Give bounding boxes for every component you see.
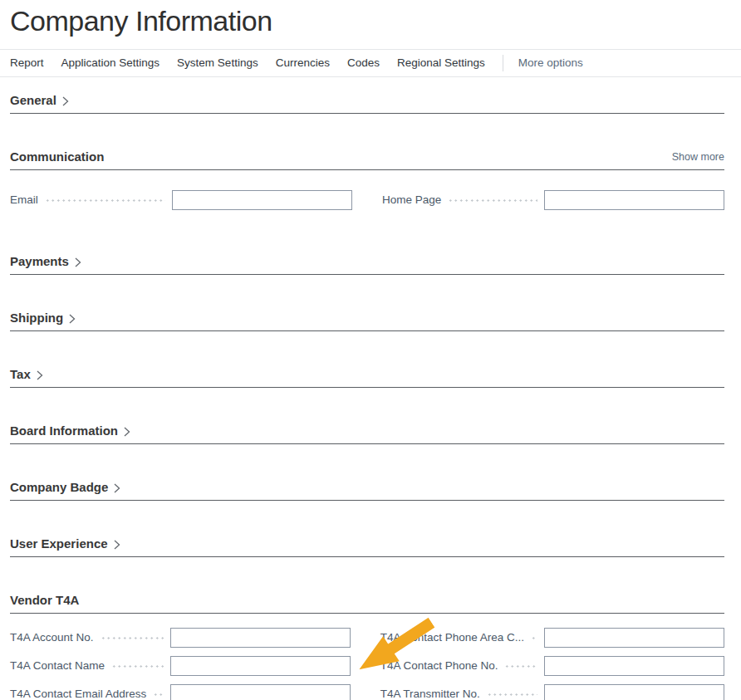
section-communication: Communication Show more Email Home Page xyxy=(10,149,724,218)
menu-item-application-settings[interactable]: Application Settings xyxy=(61,56,160,69)
section-divider xyxy=(10,113,724,114)
home-page-label: Home Page xyxy=(382,193,441,206)
action-menubar: Report Application Settings System Setti… xyxy=(0,49,741,77)
section-vendor-t4a: Vendor T4A T4A Account No. T4A Contact N… xyxy=(10,592,724,700)
t4a-contact-email-label: T4A Contact Email Address xyxy=(10,688,146,700)
section-header-company-badge[interactable]: Company Badge xyxy=(10,479,724,496)
show-more-link[interactable]: Show more xyxy=(672,151,724,163)
field-row-t4a-phone-no: T4A Contact Phone No. xyxy=(380,656,724,676)
chevron-right-icon xyxy=(62,96,69,106)
section-header-user-experience[interactable]: User Experience xyxy=(10,536,724,552)
email-input[interactable] xyxy=(172,190,352,210)
t4a-phone-no-input[interactable] xyxy=(544,656,724,676)
right-column: Home Page xyxy=(382,190,724,218)
section-title: Tax xyxy=(10,367,31,381)
menu-item-system-settings[interactable]: System Settings xyxy=(177,56,258,69)
page-title: Company Information xyxy=(10,3,741,39)
home-page-input[interactable] xyxy=(544,190,724,210)
field-row-t4a-account-no: T4A Account No. xyxy=(10,628,351,648)
section-divider xyxy=(10,500,724,501)
t4a-contact-email-input[interactable] xyxy=(170,684,351,700)
section-title: Shipping xyxy=(10,311,63,325)
section-shipping: Shipping xyxy=(10,310,724,331)
section-general: General xyxy=(10,92,724,114)
section-user-experience: User Experience xyxy=(10,536,724,557)
section-title: Company Badge xyxy=(10,480,108,494)
field-row-email: Email xyxy=(10,190,352,210)
t4a-contact-name-label: T4A Contact Name xyxy=(10,659,105,672)
section-divider xyxy=(10,613,724,614)
field-row-t4a-phone-area: T4A Contact Phone Area C... xyxy=(380,628,724,648)
menu-item-codes[interactable]: Codes xyxy=(347,56,380,69)
section-header-general[interactable]: General xyxy=(10,92,724,109)
menu-item-report[interactable]: Report xyxy=(10,56,44,69)
chevron-right-icon xyxy=(114,540,120,550)
t4a-account-no-label: T4A Account No. xyxy=(10,631,94,644)
field-row-home-page: Home Page xyxy=(382,190,724,210)
section-board-information: Board Information xyxy=(10,423,724,444)
menu-divider xyxy=(503,55,503,71)
email-label: Email xyxy=(10,193,38,206)
section-divider xyxy=(10,330,724,331)
menu-item-currencies[interactable]: Currencies xyxy=(276,56,330,69)
company-information-page: Company Information Report Application S… xyxy=(0,0,741,700)
section-divider xyxy=(10,387,724,388)
vendor-t4a-fields: T4A Account No. T4A Contact Name T4A Con… xyxy=(10,628,724,700)
page-content: General Communication Show more Email xyxy=(0,92,741,700)
dotted-leader xyxy=(504,665,537,668)
t4a-account-no-input[interactable] xyxy=(170,628,351,648)
section-header-vendor-t4a[interactable]: Vendor T4A xyxy=(10,592,724,609)
section-header-communication[interactable]: Communication Show more xyxy=(10,149,724,165)
t4a-contact-name-input[interactable] xyxy=(170,656,351,676)
t4a-phone-no-label: T4A Contact Phone No. xyxy=(380,659,498,672)
chevron-right-icon xyxy=(69,314,76,324)
section-title: Board Information xyxy=(10,423,118,438)
dotted-leader xyxy=(111,665,164,668)
section-header-payments[interactable]: Payments xyxy=(10,253,724,270)
t4a-transmitter-no-label: T4A Transmitter No. xyxy=(380,688,480,700)
chevron-right-icon xyxy=(114,483,120,493)
t4a-transmitter-no-input[interactable] xyxy=(544,684,724,700)
more-options-button[interactable]: More options xyxy=(518,56,583,69)
section-company-badge: Company Badge xyxy=(10,479,724,501)
section-title: General xyxy=(10,93,56,107)
dotted-leader xyxy=(101,637,164,639)
communication-fields: Email Home Page xyxy=(10,190,724,218)
section-header-board-information[interactable]: Board Information xyxy=(10,423,724,439)
t4a-phone-area-input[interactable] xyxy=(544,628,724,648)
section-payments: Payments xyxy=(10,253,724,275)
chevron-right-icon xyxy=(37,370,43,380)
field-row-t4a-transmitter-no: T4A Transmitter No. xyxy=(380,684,724,700)
menu-item-regional-settings[interactable]: Regional Settings xyxy=(397,56,485,69)
dotted-leader xyxy=(487,693,537,696)
t4a-phone-area-label: T4A Contact Phone Area C... xyxy=(380,631,524,644)
section-divider xyxy=(10,556,724,557)
dotted-leader xyxy=(45,199,165,202)
chevron-right-icon xyxy=(75,257,81,267)
section-header-tax[interactable]: Tax xyxy=(10,366,724,383)
section-divider xyxy=(10,443,724,444)
section-title: Payments xyxy=(10,254,69,268)
left-column: T4A Account No. T4A Contact Name T4A Con… xyxy=(10,628,351,700)
right-column: T4A Contact Phone Area C... T4A Contact … xyxy=(380,628,724,700)
chevron-right-icon xyxy=(124,427,130,437)
section-divider xyxy=(10,274,724,275)
section-title: Vendor T4A xyxy=(10,593,79,607)
field-row-t4a-contact-name: T4A Contact Name xyxy=(10,656,351,676)
left-column: Email xyxy=(10,190,352,218)
dotted-leader xyxy=(531,637,537,639)
section-title: Communication xyxy=(10,149,104,164)
section-header-shipping[interactable]: Shipping xyxy=(10,310,724,326)
dotted-leader xyxy=(153,693,163,696)
section-divider xyxy=(10,169,724,170)
dotted-leader xyxy=(448,199,537,202)
field-row-t4a-contact-email: T4A Contact Email Address xyxy=(10,684,351,700)
section-title: User Experience xyxy=(10,536,108,551)
section-tax: Tax xyxy=(10,366,724,388)
